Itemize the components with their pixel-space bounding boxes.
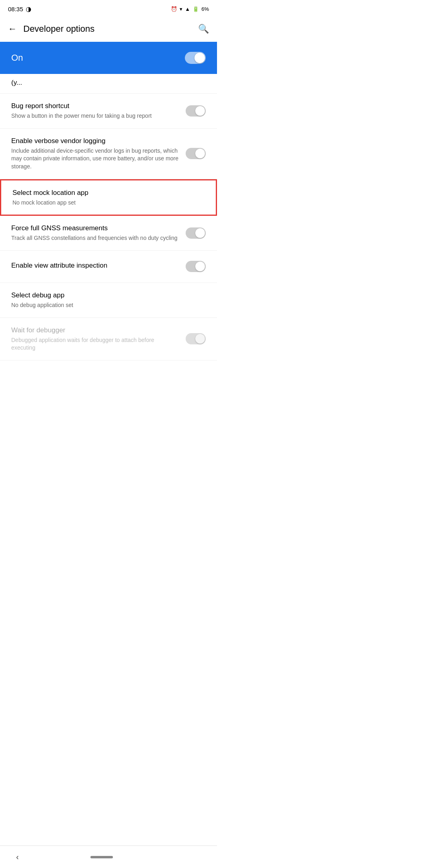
settings-item-text-force-full-gnss: Force full GNSS measurementsTrack all GN… (11, 224, 179, 242)
settings-item-subtitle-select-mock-location-app: No mock location app set (12, 199, 198, 207)
status-left: 08:35 ◑ (8, 5, 31, 13)
battery-icon: 🔋 (192, 6, 199, 12)
settings-item-title-force-full-gnss: Force full GNSS measurements (11, 224, 179, 233)
settings-item-bug-report-shortcut[interactable]: Bug report shortcutShow a button in the … (0, 94, 217, 129)
status-bar: 08:35 ◑ ⏰ ▾ ▲ 🔋 6% (0, 0, 217, 16)
alarm-icon: ⏰ (171, 6, 177, 12)
circle-icon: ◑ (26, 5, 31, 13)
settings-item-text-select-debug-app: Select debug appNo debug application set (11, 291, 199, 309)
app-header: ← Developer options 🔍 (0, 16, 217, 42)
settings-item-text-verbose-vendor-logging: Enable verbose vendor loggingInclude add… (11, 137, 179, 171)
partial-item-title: (y... (11, 79, 22, 86)
settings-item-title-bug-report-shortcut: Bug report shortcut (11, 102, 179, 111)
settings-item-select-debug-app[interactable]: Select debug appNo debug application set (0, 283, 217, 318)
settings-item-subtitle-select-debug-app: No debug application set (11, 301, 199, 309)
toggle-bug-report-shortcut[interactable] (186, 105, 206, 117)
settings-item-view-attribute-inspection[interactable]: Enable view attribute inspection (0, 251, 217, 283)
settings-item-title-select-debug-app: Select debug app (11, 291, 199, 300)
status-right: ⏰ ▾ ▲ 🔋 6% (171, 6, 209, 12)
settings-item-verbose-vendor-logging[interactable]: Enable verbose vendor loggingInclude add… (0, 129, 217, 179)
toggle-view-attribute-inspection[interactable] (186, 261, 206, 272)
toggle-wait-for-debugger (186, 333, 206, 344)
toggle-verbose-vendor-logging[interactable] (186, 148, 206, 159)
on-label: On (11, 53, 23, 63)
settings-item-title-view-attribute-inspection: Enable view attribute inspection (11, 261, 179, 270)
battery-percent: 6% (201, 6, 209, 12)
developer-options-toggle[interactable] (185, 52, 206, 64)
settings-item-force-full-gnss[interactable]: Force full GNSS measurementsTrack all GN… (0, 216, 217, 251)
page-title: Developer options (23, 24, 198, 34)
settings-item-text-bug-report-shortcut: Bug report shortcutShow a button in the … (11, 102, 179, 120)
toggle-thumb-force-full-gnss (195, 228, 205, 238)
settings-item-text-view-attribute-inspection: Enable view attribute inspection (11, 261, 179, 272)
settings-item-subtitle-wait-for-debugger: Debugged application waits for debugger … (11, 336, 179, 352)
back-button[interactable]: ← (8, 24, 17, 34)
settings-item-text-select-mock-location-app: Select mock location appNo mock location… (12, 188, 198, 207)
settings-item-text-wait-for-debugger: Wait for debuggerDebugged application wa… (11, 326, 179, 352)
toggle-thumb-verbose-vendor-logging (195, 149, 205, 158)
signal-icon: ▲ (185, 6, 190, 12)
search-button[interactable]: 🔍 (198, 24, 209, 34)
time-display: 08:35 (8, 6, 23, 12)
partial-item: (y... (0, 74, 217, 94)
settings-item-title-select-mock-location-app: Select mock location app (12, 188, 198, 197)
settings-item-wait-for-debugger[interactable]: Wait for debuggerDebugged application wa… (0, 318, 217, 360)
settings-item-title-wait-for-debugger: Wait for debugger (11, 326, 179, 335)
toggle-force-full-gnss[interactable] (186, 227, 206, 239)
wifi-icon: ▾ (180, 6, 182, 12)
settings-item-subtitle-force-full-gnss: Track all GNSS constellations and freque… (11, 234, 179, 242)
developer-options-toggle-banner: On (0, 42, 217, 74)
toggle-thumb-bug-report-shortcut (195, 106, 205, 116)
settings-item-subtitle-verbose-vendor-logging: Include additional device-specific vendo… (11, 147, 179, 171)
settings-item-title-verbose-vendor-logging: Enable verbose vendor logging (11, 137, 179, 145)
toggle-thumb (194, 53, 205, 63)
settings-container: Bug report shortcutShow a button in the … (0, 94, 217, 360)
settings-item-select-mock-location-app[interactable]: Select mock location appNo mock location… (0, 179, 217, 216)
settings-list: (y... Bug report shortcutShow a button i… (0, 74, 217, 360)
settings-item-subtitle-bug-report-shortcut: Show a button in the power menu for taki… (11, 112, 179, 120)
